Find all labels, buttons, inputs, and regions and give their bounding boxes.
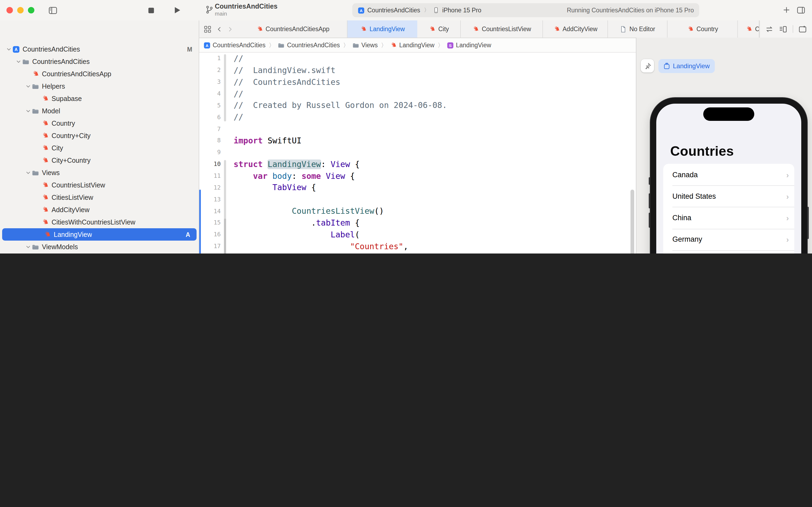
code-line-14[interactable]: 14 CountriesListView() bbox=[199, 205, 636, 217]
related-items-icon[interactable] bbox=[204, 25, 212, 33]
list-item-china[interactable]: China› bbox=[663, 207, 794, 229]
code-line-11[interactable]: 11 var body: some View { bbox=[199, 170, 636, 182]
tab-country[interactable]: Country bbox=[668, 20, 738, 38]
chevron-down-icon[interactable] bbox=[25, 170, 32, 176]
close-button[interactable] bbox=[6, 7, 13, 13]
code-line-1[interactable]: 1// bbox=[199, 53, 636, 64]
code-line-5[interactable]: 5// Created by Russell Gordon on 2024-06… bbox=[199, 100, 636, 111]
add-editor-icon[interactable] bbox=[799, 25, 807, 33]
preview-target-chip[interactable]: LandingView bbox=[658, 59, 714, 73]
folder-icon bbox=[32, 107, 39, 115]
inspector-toggle-icon[interactable] bbox=[797, 6, 806, 14]
line-content: "Countries", bbox=[234, 241, 408, 251]
line-number: 13 bbox=[199, 196, 221, 203]
swap-editor-icon[interactable] bbox=[765, 25, 773, 33]
swift-icon bbox=[553, 25, 560, 33]
sidebar-item-supabase[interactable]: Supabase bbox=[0, 92, 199, 105]
editor-scrollbar[interactable] bbox=[631, 189, 634, 253]
sidebar-item-citieswithcountrieslistview[interactable]: CitiesWithCountriesListView bbox=[0, 216, 199, 228]
breadcrumb-item-countriesandcities-0[interactable]: ACountriesAndCities bbox=[204, 42, 266, 49]
line-number: 14 bbox=[199, 208, 221, 215]
code-line-2[interactable]: 2// LandingView.swift bbox=[199, 64, 636, 76]
sidebar-item-countriesandcities[interactable]: ACountriesAndCitiesM bbox=[0, 43, 199, 55]
add-tab-icon[interactable] bbox=[782, 6, 791, 14]
code-line-4[interactable]: 4// bbox=[199, 88, 636, 100]
code-line-8[interactable]: 8import SwiftUI bbox=[199, 135, 636, 147]
svg-text:A: A bbox=[360, 8, 363, 13]
breadcrumb: ACountriesAndCities〉CountriesAndCities〉V… bbox=[199, 38, 640, 53]
editor-tabs: CountriesAndCitiesAppLandingViewCityCoun… bbox=[238, 20, 759, 38]
breadcrumb-item-landingview-4[interactable]: SLandingView bbox=[447, 42, 491, 49]
breadcrumb-item-landingview-3[interactable]: LandingView bbox=[390, 42, 434, 49]
sidebar-item-countrieslistviewmodel[interactable]: CountriesListViewModel bbox=[0, 253, 199, 253]
breadcrumb-item-views-2[interactable]: Views bbox=[352, 42, 378, 49]
run-button[interactable] bbox=[173, 6, 181, 14]
breadcrumb-label: CountriesAndCities bbox=[213, 42, 266, 48]
chevron-down-icon[interactable] bbox=[25, 83, 32, 89]
sidebar-item-country[interactable]: Country bbox=[0, 117, 199, 129]
list-item-united-states[interactable]: United States› bbox=[663, 185, 794, 207]
country-label: Canada bbox=[673, 171, 698, 179]
chevron-spacer bbox=[35, 207, 41, 213]
preview-pin-button[interactable] bbox=[641, 59, 654, 72]
sidebar-item-addcityview[interactable]: AddCityView bbox=[0, 204, 199, 216]
sidebar-item-country-city[interactable]: Country+City bbox=[0, 129, 199, 142]
item-label: LandingView bbox=[54, 231, 92, 238]
code-lines[interactable]: 1//2// LandingView.swift3// CountriesAnd… bbox=[199, 53, 636, 253]
code-line-17[interactable]: 17 "Countries", bbox=[199, 241, 636, 252]
sidebar-item-countriesandcities[interactable]: CountriesAndCities bbox=[0, 55, 199, 68]
back-icon[interactable] bbox=[217, 25, 222, 33]
code-line-18[interactable]: 18 systemImage: "globe.americas.fill" bbox=[199, 252, 636, 253]
sidebar-item-helpers[interactable]: Helpers bbox=[0, 80, 199, 92]
sidebar-item-countrieslistview[interactable]: CountriesListView bbox=[0, 179, 199, 191]
sidebar-item-city[interactable]: City bbox=[0, 142, 199, 154]
sidebar-item-countriesandcitiesapp[interactable]: CountriesAndCitiesApp bbox=[0, 68, 199, 80]
code-line-15[interactable]: 15 .tabItem { bbox=[199, 217, 636, 229]
sidebar-item-city-country[interactable]: City+Country bbox=[0, 154, 199, 167]
item-label: CitiesWithCountriesListView bbox=[52, 218, 135, 226]
line-number: 6 bbox=[199, 114, 221, 121]
code-line-9[interactable]: 9 bbox=[199, 147, 636, 158]
chevron-down-icon[interactable] bbox=[25, 244, 32, 250]
zoom-button[interactable] bbox=[28, 7, 35, 13]
line-content: // Created by Russell Gordon on 2024-06-… bbox=[234, 101, 447, 110]
tab-landingview[interactable]: LandingView bbox=[347, 20, 417, 38]
stop-button[interactable] bbox=[147, 6, 155, 14]
forward-icon[interactable] bbox=[227, 25, 233, 33]
tab-strip: CountriesAndCitiesAppLandingViewCityCoun… bbox=[199, 20, 812, 38]
editor-options-icon[interactable] bbox=[779, 25, 787, 33]
chevron-down-icon[interactable] bbox=[5, 46, 12, 52]
sidebar-item-landingview[interactable]: LandingViewA bbox=[2, 228, 196, 241]
sidebar-toggle-icon[interactable] bbox=[48, 6, 57, 15]
code-line-3[interactable]: 3// CountriesAndCities bbox=[199, 76, 636, 88]
code-line-7[interactable]: 7 bbox=[199, 123, 636, 135]
sidebar-item-views[interactable]: Views bbox=[0, 167, 199, 179]
list-item-mexico[interactable]: Mexico› bbox=[663, 250, 794, 254]
code-line-10[interactable]: 10struct LandingView: View { bbox=[199, 158, 636, 170]
chevron-down-icon[interactable] bbox=[25, 108, 32, 114]
source-editor[interactable]: 1//2// LandingView.swift3// CountriesAnd… bbox=[199, 53, 636, 253]
sidebar-item-model[interactable]: Model bbox=[0, 105, 199, 117]
list-item-germany[interactable]: Germany› bbox=[663, 229, 794, 250]
swift-icon bbox=[428, 25, 436, 33]
code-line-12[interactable]: 12 TabView { bbox=[199, 182, 636, 193]
minimize-button[interactable] bbox=[17, 7, 23, 13]
chevron-down-icon[interactable] bbox=[15, 59, 22, 64]
sidebar-item-citieslistview[interactable]: CitiesListView bbox=[0, 191, 199, 204]
scheme-name: CountriesAndCities bbox=[367, 7, 420, 13]
tab-no-editor[interactable]: No Editor bbox=[608, 20, 668, 38]
breadcrumb-item-countriesandcities-1[interactable]: CountriesAndCities bbox=[278, 42, 340, 49]
list-item-canada[interactable]: Canada› bbox=[663, 164, 794, 185]
code-line-6[interactable]: 6// bbox=[199, 111, 636, 123]
sidebar-item-viewmodels[interactable]: ViewModels bbox=[0, 241, 199, 253]
file-icon bbox=[620, 25, 627, 33]
tab-city[interactable]: City bbox=[417, 20, 461, 38]
line-content: // bbox=[234, 89, 243, 99]
code-line-16[interactable]: 16 Label( bbox=[199, 229, 636, 241]
tab-countriesandcitiesapp[interactable]: CountriesAndCitiesApp bbox=[238, 20, 347, 38]
tab-countrieslistview[interactable]: CountriesListView bbox=[461, 20, 543, 38]
code-line-13[interactable]: 13 bbox=[199, 193, 636, 206]
tab-addcityview[interactable]: AddCityView bbox=[543, 20, 608, 38]
tab-country-2[interactable]: Country bbox=[738, 20, 759, 38]
activity-view[interactable]: A CountriesAndCities 〉 iPhone 15 Pro Run… bbox=[352, 3, 699, 17]
